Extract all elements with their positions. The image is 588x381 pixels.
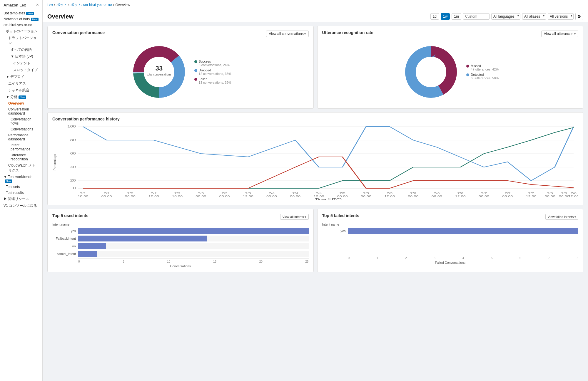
- svg-text:7/3: 7/3: [245, 192, 251, 195]
- svg-text:0: 0: [73, 186, 76, 190]
- time-1m-button[interactable]: 1m: [452, 13, 461, 20]
- history-chart-wrapper: Percentage 100 80 60: [52, 124, 578, 201]
- svg-text:7/2: 7/2: [174, 192, 180, 195]
- view-all-utterances-button[interactable]: View all utterances: [541, 31, 578, 37]
- sidebar-item-deploy[interactable]: ▼ デプロイ: [0, 73, 42, 80]
- sidebar-item-intent[interactable]: インデント: [0, 60, 42, 67]
- breadcrumb-lex[interactable]: Lex: [47, 3, 53, 7]
- custom-date-input[interactable]: [463, 13, 490, 20]
- breadcrumb: Lex › ボット › ボット: cm-hirai-yes-or-no › Ov…: [43, 0, 588, 10]
- sidebar-item-ja-jp[interactable]: ▼ 日本語 (JP): [0, 53, 42, 60]
- svg-text:7/3: 7/3: [222, 192, 228, 195]
- dropped-dot: [194, 69, 197, 72]
- detected-dot: [466, 73, 469, 76]
- sidebar-item-bot-version-label[interactable]: ボットのバージョン: [0, 28, 42, 35]
- breadcrumb-bot-name[interactable]: ボット: cm-hirai-yes-or-no: [71, 2, 112, 7]
- history-y-label-wrapper: Percentage: [52, 124, 57, 201]
- content-area: Conversation performance View all conver…: [43, 22, 588, 381]
- sidebar-item-utterance-recognition[interactable]: Utterance recognition: [0, 152, 42, 162]
- sidebar-item-test-sets[interactable]: Test sets: [0, 184, 42, 190]
- svg-text:7/1: 7/1: [80, 192, 86, 195]
- time-1w-button[interactable]: 1w: [441, 13, 450, 20]
- sidebar-item-slot-type[interactable]: スロットタイプ: [0, 67, 42, 73]
- sidebar-item-test-workbench[interactable]: ▼ Test workbenchNew: [0, 174, 42, 184]
- breadcrumb-bot[interactable]: ボット: [56, 2, 67, 7]
- conv-donut-chart: 33 total conversations: [130, 43, 188, 101]
- failed-header: Top 5 failed intents View failed intents: [322, 213, 579, 220]
- svg-text:7/5: 7/5: [340, 192, 345, 195]
- view-all-conversations-button[interactable]: View all conversations: [266, 31, 308, 37]
- svg-text:7/6: 7/6: [410, 192, 416, 195]
- svg-text:total conversations: total conversations: [147, 73, 171, 76]
- top5-chart: Intent name yes FallbackIntent: [52, 223, 309, 268]
- detected-detail: 65 utterances, 58%: [471, 76, 499, 80]
- conv-perf-header: Conversation performance View all conver…: [52, 30, 309, 37]
- svg-text:06:00: 06:00: [559, 195, 569, 198]
- sidebar-item-performance-dashboard[interactable]: Performance dashboard: [0, 132, 42, 142]
- time-1d-button[interactable]: 1d: [430, 13, 439, 20]
- svg-text:00:00: 00:00: [196, 195, 206, 198]
- sidebar-item-conversation-dashboard[interactable]: Conversation dashboard: [0, 106, 42, 116]
- sidebar-item-related-resources[interactable]: ▶ 関連リソース: [0, 196, 42, 202]
- sidebar-item-channel-integration[interactable]: チャネル統合: [0, 87, 42, 94]
- bar-no-label: no: [52, 244, 76, 248]
- sidebar-item-cm-hirai-yes-or-no[interactable]: cm-hirai-yes-or-no: [0, 22, 42, 28]
- svg-text:7/7: 7/7: [481, 192, 487, 195]
- failed-empty-space: [322, 236, 579, 253]
- sidebar-item-aliases[interactable]: エイリアス: [0, 80, 42, 87]
- sidebar-title: Amazon Lex: [4, 3, 26, 7]
- header-controls: 1d 1w 1m All languages All aliases All v…: [430, 13, 583, 20]
- bar-yes: yes: [52, 228, 309, 234]
- bar-failed-yes-track: [348, 228, 579, 234]
- sidebar-item-conversations[interactable]: Conversations: [0, 126, 42, 132]
- settings-button[interactable]: ⚙: [575, 13, 583, 20]
- svg-text:00:00: 00:00: [408, 195, 418, 198]
- svg-text:7/8: 7/8: [547, 192, 553, 195]
- view-all-intents-button[interactable]: View all intents: [280, 214, 309, 220]
- svg-text:7/5: 7/5: [387, 192, 392, 195]
- conversation-performance-card: Conversation performance View all conver…: [47, 26, 314, 109]
- sidebar-item-overview[interactable]: Overview: [0, 100, 42, 106]
- utt-rec-title: Utterance recognition rate: [322, 30, 373, 35]
- close-button[interactable]: ×: [36, 2, 39, 8]
- breadcrumb-current: Overview: [115, 3, 130, 7]
- bar-failed-yes-label: yes: [322, 229, 346, 233]
- top5-title: Top 5 used intents: [52, 213, 88, 218]
- svg-text:7/4: 7/4: [316, 192, 322, 195]
- failed-chart: Intent name yes 0 1 2 3 4: [322, 223, 579, 264]
- sidebar-item-conversation-flows[interactable]: Conversation flows: [0, 116, 42, 126]
- success-detail: 8 conversations, 24%: [199, 63, 230, 67]
- sidebar-item-draft-version[interactable]: ドラフトバージョン: [0, 35, 42, 46]
- sidebar-item-intent-performance[interactable]: Intent performance: [0, 142, 42, 152]
- dropped-label: Dropped: [199, 68, 231, 72]
- versions-select-wrapper: All versions: [548, 13, 574, 20]
- sidebar-item-cloudwatch-metrics[interactable]: CloudWatch メトリクス: [0, 162, 42, 174]
- bar-yes-track: [78, 228, 309, 234]
- sidebar-item-analysis[interactable]: ▼ 分析New: [0, 94, 42, 100]
- sidebar-item-networks-of-bots[interactable]: Networks of botsNew: [0, 16, 42, 22]
- svg-text:7/8: 7/8: [561, 192, 567, 195]
- language-select[interactable]: All languages: [491, 13, 520, 20]
- sidebar-item-test-results[interactable]: Test results: [0, 190, 42, 196]
- top5-failed-card: Top 5 failed intents View failed intents…: [317, 209, 584, 272]
- svg-text:06:00: 06:00: [432, 195, 442, 198]
- sidebar-item-bot-templates[interactable]: Bot templatesNew: [0, 10, 42, 16]
- dropped-detail: 12 conversations, 36%: [199, 72, 231, 75]
- view-failed-intents-button[interactable]: View failed intents: [545, 214, 578, 220]
- conv-perf-title: Conversation performance: [52, 30, 105, 35]
- aliases-select[interactable]: All aliases: [522, 13, 546, 20]
- legend-success: Success 8 conversations, 24%: [194, 60, 231, 67]
- svg-text:7/7: 7/7: [528, 192, 534, 195]
- svg-text:40: 40: [70, 165, 76, 169]
- sidebar-header: Amazon Lex ×: [0, 0, 42, 10]
- sidebar-item-all-languages[interactable]: すべての言語: [0, 46, 42, 53]
- success-label: Success: [199, 60, 230, 63]
- sidebar-item-v1-console[interactable]: V1 コンソールに戻る: [0, 202, 42, 209]
- svg-text:80: 80: [70, 138, 76, 142]
- versions-select[interactable]: All versions: [548, 13, 574, 20]
- svg-text:7/5: 7/5: [363, 192, 369, 195]
- svg-text:00:00: 00:00: [337, 195, 348, 198]
- top-row: Conversation performance View all conver…: [47, 26, 583, 109]
- language-select-wrapper: All languages: [491, 13, 520, 20]
- top5-intents-card: Top 5 used intents View all intents Inte…: [47, 209, 314, 272]
